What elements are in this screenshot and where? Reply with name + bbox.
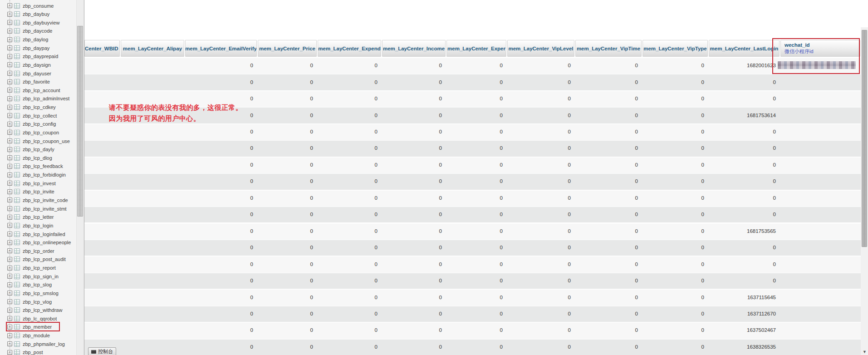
sidebar-item-zbp_lcp_forbidlogin[interactable]: zbp_lcp_forbidlogin — [0, 171, 76, 179]
sidebar-item-zbp_lcp_invest[interactable]: zbp_lcp_invest — [0, 179, 76, 187]
sidebar-item-zbp_dayprepaid[interactable]: zbp_dayprepaid — [0, 52, 76, 61]
expand-icon[interactable] — [7, 282, 12, 287]
column-header-mem_LayCenter_EmailVerify[interactable]: mem_LayCenter_EmailVerify — [185, 40, 257, 57]
expand-icon[interactable] — [7, 147, 12, 152]
expand-icon[interactable] — [7, 29, 12, 34]
sidebar-item-zbp_lcp_invite[interactable]: zbp_lcp_invite — [0, 187, 76, 196]
sidebar-scrollbar-thumb[interactable] — [77, 26, 83, 217]
sidebar-item-zbp_lcp_letter[interactable]: zbp_lcp_letter — [0, 213, 76, 222]
sidebar-item-zbp_lcp_cdkey[interactable]: zbp_lcp_cdkey — [0, 103, 76, 112]
column-header-mem_LayCenter_VipLevel[interactable]: mem_LayCenter_VipLevel — [507, 40, 574, 57]
expand-icon[interactable] — [7, 197, 12, 202]
main-scrollbar-thumb[interactable] — [862, 30, 867, 247]
expand-icon[interactable] — [7, 105, 12, 110]
column-header-Center_WBID[interactable]: Center_WBID — [84, 40, 120, 57]
sidebar-item-zbp_lcp_dayly[interactable]: zbp_lcp_dayly — [0, 145, 76, 154]
expand-icon[interactable] — [7, 181, 12, 186]
sidebar-item-zbp_lcp_slog[interactable]: zbp_lcp_slog — [0, 281, 76, 289]
expand-icon[interactable] — [7, 341, 12, 346]
sidebar-item-zbp_daycode[interactable]: zbp_daycode — [0, 27, 76, 35]
column-header-mem_LayCenter_LastLogin[interactable]: mem_LayCenter_LastLogin — [709, 40, 780, 57]
expand-icon[interactable] — [7, 274, 12, 279]
expand-icon[interactable] — [7, 232, 12, 237]
column-header-mem_LayCenter_Expend[interactable]: mem_LayCenter_Expend — [318, 40, 381, 57]
sidebar-item-zbp_dayuser[interactable]: zbp_dayuser — [0, 69, 76, 78]
expand-icon[interactable] — [7, 71, 12, 76]
sidebar-item-zbp_consume[interactable]: zbp_consume — [0, 1, 76, 10]
expand-icon[interactable] — [7, 266, 12, 271]
sidebar-item-zbp_module[interactable]: zbp_module — [0, 331, 76, 340]
expand-icon[interactable] — [7, 96, 12, 101]
sidebar-item-zbp_favorite[interactable]: zbp_favorite — [0, 78, 76, 86]
expand-icon[interactable] — [7, 113, 12, 118]
column-header-mem_LayCenter_VipType[interactable]: mem_LayCenter_VipType — [642, 40, 708, 57]
expand-icon[interactable] — [7, 79, 12, 84]
sidebar-item-zbp_lcp_smslog[interactable]: zbp_lcp_smslog — [0, 289, 76, 297]
expand-icon[interactable] — [7, 248, 12, 253]
sidebar-item-zbp_daypay[interactable]: zbp_daypay — [0, 44, 76, 52]
sidebar-item-zbp_daybuyview[interactable]: zbp_daybuyview — [0, 18, 76, 27]
sidebar-item-zbp_lcp_collect[interactable]: zbp_lcp_collect — [0, 111, 76, 120]
sidebar-item-zbp_daylog[interactable]: zbp_daylog — [0, 35, 76, 44]
expand-icon[interactable] — [7, 308, 12, 313]
console-button[interactable]: 控制台 — [88, 347, 116, 355]
expand-icon[interactable] — [7, 316, 12, 321]
sidebar-item-zbp_lcp_loginfailed[interactable]: zbp_lcp_loginfailed — [0, 230, 76, 238]
expand-icon[interactable] — [7, 333, 12, 338]
expand-icon[interactable] — [7, 240, 12, 245]
expand-icon[interactable] — [7, 173, 12, 178]
expand-icon[interactable] — [7, 122, 12, 127]
sidebar-item-zbp_lcp_report[interactable]: zbp_lcp_report — [0, 264, 76, 272]
expand-icon[interactable] — [7, 299, 12, 304]
expand-icon[interactable] — [7, 130, 12, 135]
sidebar-item-zbp_lcp_coupon_use[interactable]: zbp_lcp_coupon_use — [0, 137, 76, 145]
expand-icon[interactable] — [7, 155, 12, 160]
expand-icon[interactable] — [7, 223, 12, 228]
sidebar-item-zbp_lcp_withdraw[interactable]: zbp_lcp_withdraw — [0, 306, 76, 315]
sidebar-item-zbp_phpmailer_log[interactable]: zbp_phpmailer_log — [0, 340, 76, 348]
sidebar-item-zbp_lcp_onlinepeople[interactable]: zbp_lcp_onlinepeople — [0, 238, 76, 247]
annotation-line-1: 请不要疑惑你的表没有我的多，这很正常。 — [109, 104, 243, 112]
expand-icon[interactable] — [7, 45, 12, 50]
expand-icon[interactable] — [7, 20, 12, 25]
sidebar-item-zbp_lcp_invite_stmt[interactable]: zbp_lcp_invite_stmt — [0, 204, 76, 213]
sidebar-item-zbp_lcp_login[interactable]: zbp_lcp_login — [0, 221, 76, 230]
sidebar-item-zbp_lcp_invite_code[interactable]: zbp_lcp_invite_code — [0, 196, 76, 204]
sidebar-item-zbp_daybuy[interactable]: zbp_daybuy — [0, 10, 76, 19]
table-cell: 0 — [507, 173, 574, 189]
sidebar-item-zbp_lcp_account[interactable]: zbp_lcp_account — [0, 86, 76, 94]
expand-icon[interactable] — [7, 3, 12, 8]
sidebar-item-zbp_lcp_config[interactable]: zbp_lcp_config — [0, 120, 76, 128]
expand-icon[interactable] — [7, 215, 12, 220]
sidebar-item-zbp_lcp_order[interactable]: zbp_lcp_order — [0, 247, 76, 255]
column-header-mem_LayCenter_Exper[interactable]: mem_LayCenter_Exper — [446, 40, 506, 57]
sidebar-item-zbp_lcp_sign_in[interactable]: zbp_lcp_sign_in — [0, 272, 76, 281]
expand-icon[interactable] — [7, 88, 12, 93]
column-header-mem_LayCenter_VipTime[interactable]: mem_LayCenter_VipTime — [575, 40, 642, 57]
column-header-mem_LayCenter_Price[interactable]: mem_LayCenter_Price — [258, 40, 317, 57]
sidebar-item-zbp_lcp_vlog[interactable]: zbp_lcp_vlog — [0, 297, 76, 306]
expand-icon[interactable] — [7, 189, 12, 194]
column-header-mem_LayCenter_Alipay[interactable]: mem_LayCenter_Alipay — [121, 40, 184, 57]
expand-icon[interactable] — [7, 62, 12, 67]
sidebar-item-zbp_lcp_post_audit[interactable]: zbp_lcp_post_audit — [0, 255, 76, 264]
sidebar-item-zbp_daysign[interactable]: zbp_daysign — [0, 60, 76, 69]
expand-icon[interactable] — [7, 350, 12, 355]
sidebar-item-zbp_lcp_dlog[interactable]: zbp_lcp_dlog — [0, 153, 76, 162]
expand-icon[interactable] — [7, 291, 12, 296]
expand-icon[interactable] — [7, 138, 12, 143]
sidebar-item-zbp_lcp_coupon[interactable]: zbp_lcp_coupon — [0, 128, 76, 137]
table-cell: 0 — [507, 107, 574, 123]
column-header-mem_LayCenter_Income[interactable]: mem_LayCenter_Income — [382, 40, 446, 57]
expand-icon[interactable] — [7, 54, 12, 59]
sidebar-item-zbp_post[interactable]: zbp_post — [0, 348, 76, 355]
expand-icon[interactable] — [7, 164, 12, 169]
sidebar-item-zbp_lcp_adminInvest[interactable]: zbp_lcp_adminInvest — [0, 94, 76, 103]
scroll-down-arrow-icon[interactable]: ▼ — [862, 349, 868, 355]
sidebar-item-zbp_lcp_feedback[interactable]: zbp_lcp_feedback — [0, 162, 76, 171]
expand-icon[interactable] — [7, 206, 12, 211]
expand-icon[interactable] — [7, 12, 12, 17]
expand-icon[interactable] — [7, 37, 12, 42]
table-cell: 0 — [507, 306, 574, 322]
expand-icon[interactable] — [7, 257, 12, 262]
